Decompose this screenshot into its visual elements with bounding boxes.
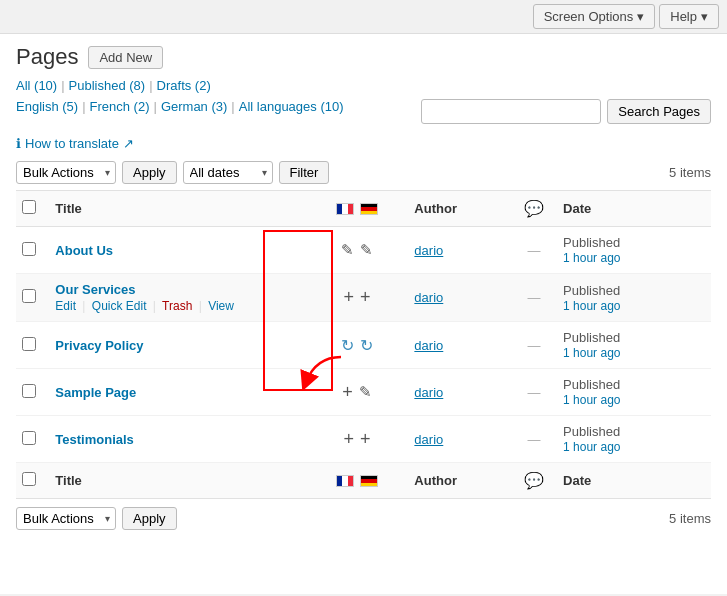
date-relative: 1 hour ago	[563, 440, 620, 454]
row-checkbox[interactable]	[22, 289, 36, 303]
comments-dash: —	[528, 243, 541, 258]
translation-icon-fr[interactable]: ✎	[341, 241, 354, 259]
apply-button-top[interactable]: Apply	[122, 161, 177, 184]
translation-cell: + ✎	[306, 369, 409, 416]
col-header-date[interactable]: Date	[557, 191, 711, 227]
table-row: Privacy Policy ↻ ↻ dario —	[16, 322, 711, 369]
author-link[interactable]: dario	[414, 243, 443, 258]
author-link[interactable]: dario	[414, 385, 443, 400]
author-cell: dario	[408, 322, 511, 369]
german-flag-footer	[360, 475, 378, 487]
translation-icon-de[interactable]: ✎	[360, 241, 373, 259]
edit-link[interactable]: Edit	[55, 299, 76, 313]
filter-drafts[interactable]: Drafts (2)	[157, 78, 211, 93]
translation-icon-de[interactable]: ↻	[360, 336, 373, 355]
help-button[interactable]: Help ▾	[659, 4, 719, 29]
date-status: Published	[563, 235, 620, 250]
french-flag-footer	[336, 475, 354, 487]
comments-cell: —	[511, 322, 557, 369]
screen-options-button[interactable]: Screen Options ▾	[533, 4, 656, 29]
select-all-checkbox[interactable]	[22, 200, 36, 214]
translation-cell: + +	[306, 416, 409, 463]
search-button[interactable]: Search Pages	[607, 99, 711, 124]
table-row: About Us ✎ ✎ dario — P	[16, 227, 711, 274]
author-cell: dario	[408, 369, 511, 416]
date-relative: 1 hour ago	[563, 251, 620, 265]
trash-link[interactable]: Trash	[162, 299, 192, 313]
bulk-actions-select-bottom[interactable]: Bulk Actions	[16, 507, 116, 530]
row-actions: Edit | Quick Edit | Trash | View	[55, 299, 299, 313]
date-status: Published	[563, 377, 620, 392]
date-status: Published	[563, 424, 620, 439]
filter-french[interactable]: French (2)	[90, 99, 150, 114]
col-header-flags	[306, 191, 409, 227]
page-title-row: Pages Add New	[16, 44, 711, 70]
col-header-title[interactable]: Title	[49, 191, 305, 227]
translation-icon-fr[interactable]: +	[342, 382, 353, 403]
search-input[interactable]	[421, 99, 601, 124]
view-link[interactable]: View	[208, 299, 234, 313]
author-link[interactable]: dario	[414, 338, 443, 353]
author-link[interactable]: dario	[414, 290, 443, 305]
how-to-translate-link[interactable]: How to translate	[25, 136, 119, 151]
col-footer-date[interactable]: Date	[557, 463, 711, 499]
page-title-link[interactable]: Our Services	[55, 282, 135, 297]
col-header-author[interactable]: Author	[408, 191, 511, 227]
author-link[interactable]: dario	[414, 432, 443, 447]
filter-all[interactable]: All (10)	[16, 78, 57, 93]
tablenav-left: Bulk Actions ▾ Apply All dates ▾ Filter	[16, 161, 329, 184]
filter-published[interactable]: Published (8)	[69, 78, 146, 93]
select-all-checkbox-bottom[interactable]	[22, 472, 36, 486]
filter-button[interactable]: Filter	[279, 161, 330, 184]
quick-edit-link[interactable]: Quick Edit	[92, 299, 147, 313]
how-to-translate-row: ℹ How to translate ↗	[16, 136, 711, 151]
row-checkbox[interactable]	[22, 384, 36, 398]
help-label: Help	[670, 9, 697, 24]
col-footer-title[interactable]: Title	[49, 463, 305, 499]
table-wrapper: Title Author 💬 Date	[16, 190, 711, 499]
row-checkbox[interactable]	[22, 431, 36, 445]
translation-icon-de[interactable]: +	[360, 287, 371, 308]
apply-button-bottom[interactable]: Apply	[122, 507, 177, 530]
translation-icon-de[interactable]: ✎	[359, 383, 372, 401]
page-title-link[interactable]: Privacy Policy	[55, 338, 143, 353]
date-filter-select[interactable]: All dates	[183, 161, 273, 184]
translation-cell: ✎ ✎	[306, 227, 409, 274]
translation-icon-de[interactable]: +	[360, 429, 371, 450]
date-status: Published	[563, 330, 620, 345]
date-filter-wrapper: All dates ▾	[183, 161, 273, 184]
comment-bubble-icon-footer: 💬	[524, 472, 544, 489]
translation-icon-fr[interactable]: +	[344, 287, 355, 308]
translation-icon-fr[interactable]: ↻	[341, 336, 354, 355]
page-title-link[interactable]: Sample Page	[55, 385, 136, 400]
date-status: Published	[563, 283, 620, 298]
screen-options-label: Screen Options	[544, 9, 634, 24]
page-title-link[interactable]: Testimonials	[55, 432, 134, 447]
tablenav-bottom: Bulk Actions ▾ Apply 5 items	[16, 507, 711, 530]
page-title-link[interactable]: About Us	[55, 243, 113, 258]
comments-dash: —	[528, 338, 541, 353]
comments-cell: —	[511, 369, 557, 416]
date-relative: 1 hour ago	[563, 346, 620, 360]
filter-german[interactable]: German (3)	[161, 99, 227, 114]
comments-dash: —	[528, 432, 541, 447]
author-cell: dario	[408, 416, 511, 463]
bulk-actions-wrapper: Bulk Actions ▾	[16, 161, 116, 184]
row-checkbox[interactable]	[22, 242, 36, 256]
items-count-bottom: 5 items	[669, 511, 711, 526]
main-content: Pages Add New All (10) | Published (8) |…	[0, 34, 727, 594]
translation-icon-fr[interactable]: +	[344, 429, 355, 450]
translation-cell: + +	[306, 274, 409, 322]
row-checkbox[interactable]	[22, 337, 36, 351]
comments-cell: —	[511, 416, 557, 463]
table-footer-row: Title Author 💬 Date	[16, 463, 711, 499]
filter-english[interactable]: English (5)	[16, 99, 78, 114]
col-footer-author[interactable]: Author	[408, 463, 511, 499]
german-flag-header	[360, 203, 378, 215]
comments-dash: —	[528, 290, 541, 305]
add-new-button[interactable]: Add New	[88, 46, 163, 69]
bulk-actions-select[interactable]: Bulk Actions	[16, 161, 116, 184]
col-footer-comments: 💬	[511, 463, 557, 499]
filter-all-languages[interactable]: All languages (10)	[239, 99, 344, 114]
top-bar: Screen Options ▾ Help ▾	[0, 0, 727, 34]
